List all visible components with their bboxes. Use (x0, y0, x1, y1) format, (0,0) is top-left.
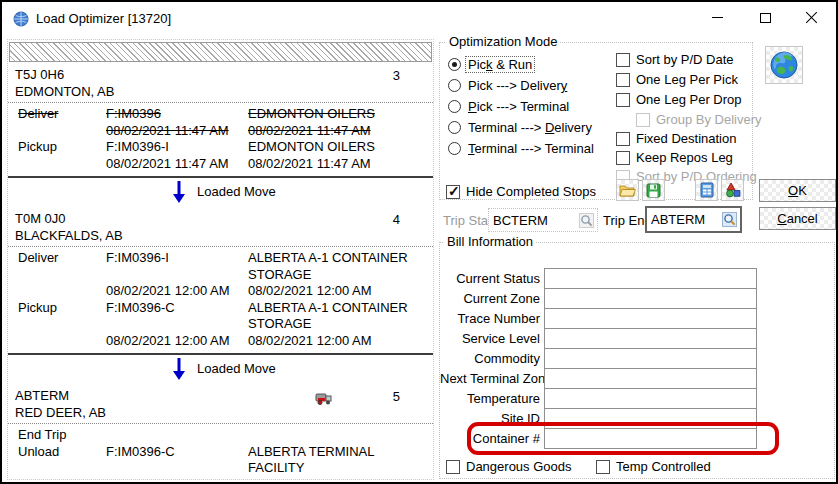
row-reference: F:IM0396-C (106, 300, 248, 333)
stop-detail-rows: Deliver F:IM0396 EDMONTON OILERS 08/02/2… (8, 102, 433, 176)
stop-block-edmonton[interactable]: T5J 0H6 EDMONTON, AB 3 Deliver F:IM0396 … (8, 62, 433, 178)
checkbox-dangerous-goods[interactable]: Dangerous Goods (446, 459, 572, 474)
trip-start-field[interactable] (488, 208, 598, 232)
field-label: Commodity (440, 351, 544, 366)
radio-label: Pick & Run (466, 57, 534, 72)
magnifier-icon[interactable] (579, 213, 594, 228)
current-status-input[interactable] (544, 268, 757, 289)
trip-end-field[interactable] (645, 206, 742, 233)
row-client: EDMONTON OILERS (248, 139, 433, 156)
field-label: Trace Number (440, 311, 544, 326)
row-datetime: 08/02/2021 12:00 AM (248, 283, 433, 300)
trace-number-input[interactable] (544, 308, 757, 329)
row-action (18, 156, 106, 173)
radio-pick-and-run[interactable]: Pick & Run (448, 57, 534, 72)
container-number-input[interactable] (544, 428, 757, 449)
checkbox-keep-repos-leg[interactable]: Keep Repos Leg (616, 150, 733, 165)
trip-start-input[interactable] (489, 213, 579, 228)
close-button[interactable] (788, 2, 834, 33)
row-datetime: 08/02/2021 12:00 AM (106, 283, 248, 300)
minimize-icon (712, 17, 723, 18)
stop-row: 08/02/2021 11:47 AM 08/02/2021 11:47 AM (8, 156, 433, 173)
stop-postal-code: T5J 0H6 (15, 66, 425, 83)
row-client: ALBERTA A-1 CONTAINER STORAGE (248, 300, 433, 333)
temperature-input[interactable] (544, 388, 757, 409)
loaded-move-connector: Loaded Move (8, 178, 433, 206)
row-reference: F:IM0396-C (106, 444, 248, 477)
bill-row-trace-number: Trace Number (440, 308, 757, 329)
stop-sequence-number: 5 (393, 389, 400, 404)
bill-row-site-id: Site ID (440, 408, 757, 429)
bill-row-current-zone: Current Zone (440, 288, 757, 309)
row-client: ALBERTA TERMINAL FACILITY (248, 444, 433, 477)
row-action (18, 123, 106, 140)
minimize-button[interactable] (694, 2, 740, 33)
current-zone-input[interactable] (544, 288, 757, 309)
checkbox-temp-controlled[interactable]: Temp Controlled (596, 459, 711, 474)
title-bar: Load Optimizer [13720] (2, 2, 836, 36)
checkbox-label: Temp Controlled (616, 459, 711, 474)
bill-information-group: Bill Information Current Status Current … (439, 242, 835, 479)
row-action (18, 333, 106, 350)
stop-block-abterm[interactable]: ABTERM RED DEER, AB 5 End Trip (8, 383, 433, 480)
group-title: Optimization Mode (446, 34, 560, 49)
field-label: Service Level (440, 331, 544, 346)
checkbox-icon (616, 93, 630, 107)
radio-terminal-to-delivery[interactable]: Terminal ---> Delivery (448, 120, 594, 135)
checkbox-sort-by-pd-date[interactable]: Sort by P/D Date (616, 52, 734, 67)
checkbox-one-leg-per-drop[interactable]: One Leg Per Drop (616, 92, 742, 107)
checkbox-label: Hide Completed Stops (466, 184, 596, 199)
checkbox-icon (616, 53, 630, 67)
radio-pick-to-delivery[interactable]: Pick ---> Delivery (448, 78, 569, 93)
checkbox-icon (446, 460, 460, 474)
stop-row: Pickup F:IM0396-C ALBERTA A-1 CONTAINER … (8, 300, 433, 333)
site-id-input[interactable] (544, 408, 757, 429)
stop-detail-rows: Deliver F:IM0396-I ALBERTA A-1 CONTAINER… (8, 246, 433, 353)
row-datetime: 08/02/2021 12:00 AM (106, 333, 248, 350)
row-action: Deliver (18, 250, 106, 283)
report-button[interactable] (695, 179, 718, 201)
radio-terminal-to-terminal[interactable]: Terminal ---> Terminal (448, 141, 596, 156)
cancel-button-label: Cancel (777, 211, 817, 226)
ok-button[interactable]: OK (759, 179, 836, 202)
trip-end-input[interactable] (647, 212, 722, 227)
checkbox-hide-completed-stops[interactable]: Hide Completed Stops (446, 184, 596, 199)
stop-list[interactable]: T5J 0H6 EDMONTON, AB 3 Deliver F:IM0396 … (7, 39, 434, 480)
row-action: Pickup (18, 300, 106, 333)
radio-pick-to-terminal[interactable]: Pick ---> Terminal (448, 99, 571, 114)
row-action: End Trip (18, 427, 106, 444)
save-button[interactable] (642, 179, 665, 201)
map-button[interactable] (765, 46, 803, 84)
connector-label: Loaded Move (197, 185, 276, 199)
open-button[interactable] (616, 179, 639, 201)
radio-icon (448, 79, 461, 92)
field-label: Current Zone (440, 291, 544, 306)
stop-sequence-number: 4 (393, 212, 400, 227)
row-action: Deliver (18, 106, 106, 123)
row-datetime: 08/02/2021 11:47 AM (248, 123, 433, 140)
checkbox-icon (596, 460, 610, 474)
checkbox-label: Keep Repos Leg (636, 150, 733, 165)
shapes-button[interactable] (721, 179, 744, 201)
stop-block-blackfalds[interactable]: T0M 0J0 BLACKFALDS, AB 4 Deliver F:IM039… (8, 206, 433, 355)
row-reference (106, 427, 248, 444)
row-action: Unload (18, 444, 106, 477)
radio-icon (448, 100, 461, 113)
cancel-button[interactable]: Cancel (759, 207, 836, 230)
loaded-move-connector: Loaded Move (8, 355, 433, 383)
checkbox-fixed-destination[interactable]: Fixed Destination (616, 131, 736, 146)
commodity-input[interactable] (544, 348, 757, 369)
radio-label: Terminal ---> Terminal (466, 141, 596, 156)
checkbox-icon (636, 113, 650, 127)
row-client (248, 427, 433, 444)
maximize-button[interactable] (742, 2, 788, 33)
stop-row: Pickup F:IM0396-I EDMONTON OILERS (8, 139, 433, 156)
magnifier-icon[interactable] (722, 212, 737, 227)
service-level-input[interactable] (544, 328, 757, 349)
field-label: Container # (440, 431, 544, 446)
checkbox-one-leg-per-pick[interactable]: One Leg Per Pick (616, 72, 738, 87)
next-terminal-zone-input[interactable] (544, 368, 757, 389)
optimization-mode-group: Optimization Mode Pick & Run Pick ---> D… (439, 42, 753, 200)
bill-row-commodity: Commodity (440, 348, 757, 369)
row-datetime: 08/02/2021 1:00 AM (248, 477, 433, 481)
